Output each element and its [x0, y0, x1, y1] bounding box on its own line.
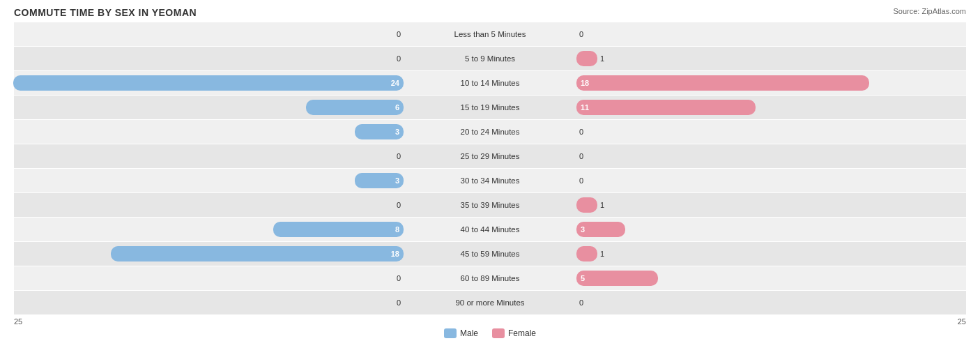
bar-row: 320 to 24 Minutes0 [14, 120, 966, 144]
legend-male: Male [444, 328, 478, 338]
female-label: Female [508, 328, 536, 338]
source-label: Source: ZipAtlas.com [893, 7, 966, 15]
bar-row: 1845 to 59 Minutes1 [14, 242, 966, 266]
bar-row: 330 to 34 Minutes0 [14, 169, 966, 192]
bar-chart: 0Less than 5 Minutes005 to 9 Minutes1241… [14, 22, 966, 314]
legend-female: Female [492, 328, 536, 338]
chart-title: COMMUTE TIME BY SEX IN YEOMAN [14, 7, 966, 18]
male-label: Male [460, 328, 478, 338]
bar-row: 2410 to 14 Minutes18 [14, 71, 966, 95]
bar-row: 0Less than 5 Minutes0 [14, 22, 966, 46]
male-swatch [444, 328, 457, 338]
bar-row: 060 to 89 Minutes5 [14, 266, 966, 290]
bar-row: 05 to 9 Minutes1 [14, 47, 966, 70]
legend: Male Female [14, 328, 966, 338]
bar-row: 090 or more Minutes0 [14, 291, 966, 314]
bar-row: 840 to 44 Minutes3 [14, 218, 966, 241]
bar-row: 025 to 29 Minutes0 [14, 144, 966, 168]
chart-container: COMMUTE TIME BY SEX IN YEOMAN Source: Zi… [0, 0, 980, 364]
bar-row: 035 to 39 Minutes1 [14, 193, 966, 217]
x-axis: 25 25 [14, 317, 966, 326]
female-swatch [492, 328, 505, 338]
bar-row: 615 to 19 Minutes11 [14, 96, 966, 119]
x-axis-left: 25 [14, 317, 22, 326]
x-axis-right: 25 [958, 317, 966, 326]
